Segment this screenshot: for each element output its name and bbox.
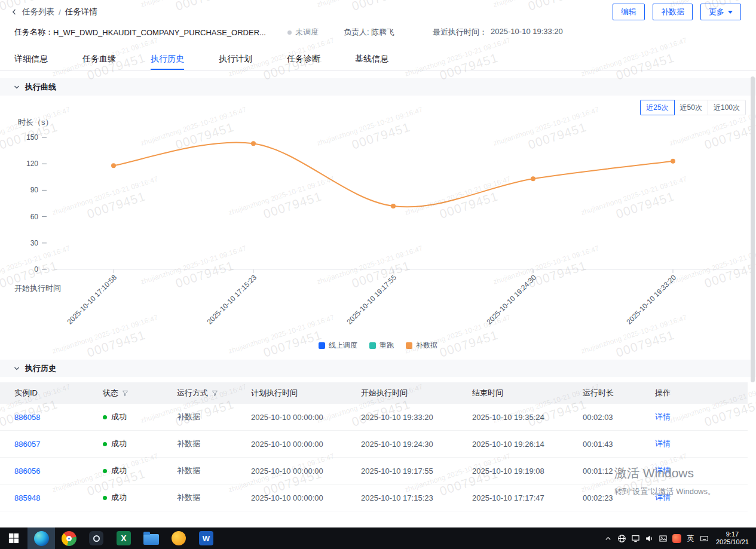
svg-text:90: 90 xyxy=(30,186,39,194)
svg-text:时长（s）: 时长（s） xyxy=(18,118,53,127)
last-exec-label: 最近执行时间： xyxy=(433,27,487,38)
chart-legend: 线上调度 重跑 补数据 xyxy=(0,341,756,351)
clock-time: 9:17 xyxy=(716,530,749,538)
svg-text:150: 150 xyxy=(26,133,38,142)
display-monitor-icon[interactable] xyxy=(629,527,642,549)
watermark-tile: zhujianzhong 2025-10-21 09:16:4700079451 xyxy=(139,0,252,24)
start-time-cell: 2025-10-10 17:15:23 xyxy=(361,493,472,502)
status-text: 成功 xyxy=(111,412,127,422)
status-cell: 成功 xyxy=(103,492,177,503)
planned-time-cell: 2025-10-10 00:00:00 xyxy=(251,493,361,502)
chrome-icon xyxy=(62,531,76,546)
volume-icon[interactable] xyxy=(642,527,656,549)
windows-logo-icon xyxy=(8,533,19,544)
app-icon-file-explorer[interactable] xyxy=(137,527,165,549)
tab-bar: 详细信息 任务血缘 执行历史 执行计划 任务诊断 基线信息 xyxy=(0,49,756,70)
detail-link[interactable]: 详情 xyxy=(655,465,748,476)
last-exec-time: 最近执行时间： 2025-10-10 19:33:20 xyxy=(433,27,563,38)
dark-app-icon xyxy=(89,531,103,545)
legend-label: 线上调度 xyxy=(329,341,357,351)
status-dot xyxy=(103,442,107,446)
backfill-button[interactable]: 补数据 xyxy=(653,4,693,20)
duration-cell: 00:02:03 xyxy=(583,413,655,422)
run-mode-cell: 补数据 xyxy=(177,412,251,422)
breadcrumb-task-list[interactable]: 任务列表 xyxy=(22,7,54,17)
range-last-50[interactable]: 近50次 xyxy=(674,100,708,115)
start-time-cell: 2025-10-10 19:24:30 xyxy=(361,440,472,449)
run-mode-cell: 补数据 xyxy=(177,465,251,476)
instance-id-link[interactable]: 886057 xyxy=(14,440,103,449)
svg-text:2025-10-10 19:33:20: 2025-10-10 19:33:20 xyxy=(625,273,678,326)
status-cell: 成功 xyxy=(103,465,177,476)
col-header-duration: 运行时长 xyxy=(583,388,655,398)
filter-icon[interactable] xyxy=(212,390,218,397)
filter-icon[interactable] xyxy=(122,390,128,397)
yellow-app-icon xyxy=(172,531,186,545)
status-dot xyxy=(103,415,107,419)
tab-diagnosis[interactable]: 任务诊断 xyxy=(287,49,320,70)
image-viewer-icon[interactable] xyxy=(656,527,670,549)
legend-label: 重跑 xyxy=(379,341,394,351)
instance-id-link[interactable]: 885948 xyxy=(14,493,103,502)
history-section-header[interactable]: 执行历史 xyxy=(0,360,756,377)
range-button-group: 近25次 近50次 近100次 xyxy=(640,100,746,115)
table-row: 886058成功补数据2025-10-10 00:00:002025-10-10… xyxy=(0,404,748,431)
tab-lineage[interactable]: 任务血缘 xyxy=(82,49,116,70)
range-last-25[interactable]: 近25次 xyxy=(640,100,674,115)
breadcrumb-separator: / xyxy=(59,8,61,17)
detail-link[interactable]: 详情 xyxy=(655,438,748,449)
chevron-down-icon xyxy=(13,84,20,91)
app-icon-edge[interactable] xyxy=(27,527,55,549)
planned-time-cell: 2025-10-10 00:00:00 xyxy=(251,413,361,422)
detail-link[interactable]: 详情 xyxy=(655,492,748,503)
detail-link[interactable]: 详情 xyxy=(655,412,748,422)
tab-exec-history[interactable]: 执行历史 xyxy=(151,49,184,70)
hidden-icons-chevron[interactable] xyxy=(601,527,615,549)
clock-date: 2025/10/21 xyxy=(716,538,749,546)
range-last-100[interactable]: 近100次 xyxy=(708,100,746,115)
legend-label: 补数据 xyxy=(416,341,437,351)
planned-time-cell: 2025-10-10 00:00:00 xyxy=(251,467,361,476)
app-icon-excel[interactable] xyxy=(110,527,137,549)
touch-keyboard-icon[interactable] xyxy=(697,527,711,549)
more-button-label: 更多 xyxy=(709,7,724,17)
task-name: H_WF_DWD_HKAUDIT_COMPANY_PURCHASE_ORDER.… xyxy=(53,28,266,37)
history-table: 实例ID 状态 运行方式 计划执行时间 开始执行时间 结束时间 运行时长 操作 … xyxy=(0,382,748,511)
app-icon-word[interactable] xyxy=(192,527,220,549)
history-section-title: 执行历史 xyxy=(25,363,56,374)
schedule-status-text: 未调度 xyxy=(295,27,319,38)
vertical-scrollbar[interactable] xyxy=(751,76,755,382)
windows-taskbar: 英 9:17 2025/10/21 xyxy=(0,527,756,549)
page-content: 任务列表 / 任务详情 编辑 补数据 更多 任务名称： H_WF_DWD_HKA… xyxy=(0,0,756,527)
network-globe-icon[interactable] xyxy=(615,527,629,549)
app-icon-dark-circle[interactable] xyxy=(82,527,110,549)
legend-item-rerun[interactable]: 重跑 xyxy=(369,341,394,351)
app-icon-yellow[interactable] xyxy=(165,527,192,549)
red-app-tray-icon[interactable] xyxy=(670,527,684,549)
legend-item-backfill[interactable]: 补数据 xyxy=(406,341,437,351)
back-chevron-icon[interactable] xyxy=(11,8,18,16)
tab-details[interactable]: 详细信息 xyxy=(14,49,48,70)
start-time-cell: 2025-10-10 19:17:55 xyxy=(361,467,472,476)
run-mode-cell: 补数据 xyxy=(177,492,251,503)
app-icon-chrome[interactable] xyxy=(55,527,82,549)
duration-cell: 00:01:43 xyxy=(583,440,655,449)
start-button[interactable] xyxy=(0,527,27,549)
duration-cell: 00:01:12 xyxy=(583,467,655,476)
legend-item-online[interactable]: 线上调度 xyxy=(319,341,357,351)
table-row: 886056成功补数据2025-10-10 00:00:002025-10-10… xyxy=(0,458,748,484)
svg-text:2025-10-10 17:10:58: 2025-10-10 17:10:58 xyxy=(65,273,118,326)
edit-button[interactable]: 编辑 xyxy=(613,4,645,20)
end-time-cell: 2025-10-10 19:19:08 xyxy=(472,467,583,476)
tab-baseline[interactable]: 基线信息 xyxy=(355,49,388,70)
backfill-button-label: 补数据 xyxy=(661,7,684,17)
planned-time-cell: 2025-10-10 00:00:00 xyxy=(251,440,361,449)
instance-id-link[interactable]: 886056 xyxy=(14,467,103,476)
tab-exec-plan[interactable]: 执行计划 xyxy=(219,49,252,70)
ime-language-indicator[interactable]: 英 xyxy=(684,527,697,549)
instance-id-link[interactable]: 886058 xyxy=(14,413,103,422)
taskbar-clock[interactable]: 9:17 2025/10/21 xyxy=(711,530,756,546)
legend-swatch-teal xyxy=(369,342,376,349)
curve-section-header[interactable]: 执行曲线 xyxy=(0,78,756,96)
more-button[interactable]: 更多 xyxy=(700,4,741,20)
